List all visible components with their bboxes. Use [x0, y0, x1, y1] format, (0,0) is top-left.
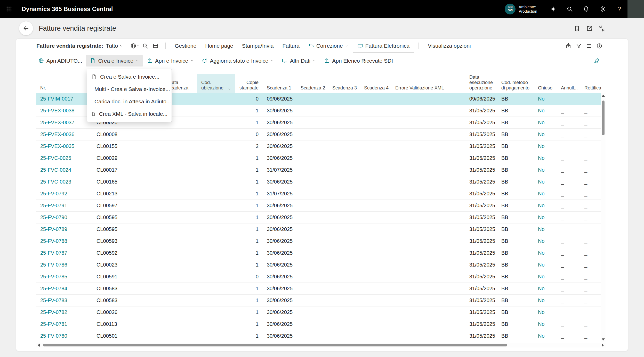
cell-copie-stampate[interactable]: 1	[235, 297, 263, 303]
invoice-number-link[interactable]: 25-FV-0790	[36, 214, 92, 220]
cell-rettifica[interactable]: _	[580, 238, 601, 244]
cell-annullata[interactable]: _	[557, 297, 580, 303]
action-apri-adiuto[interactable]: Apri ADIUTO...	[34, 55, 86, 67]
cell-copie-stampate[interactable]: 1	[235, 309, 263, 315]
table-row[interactable]: 25-FV-0783 CL00583 1 30/06/2025 31/05/20…	[36, 295, 601, 306]
cell-chiuso[interactable]: No	[534, 274, 557, 280]
cell-customer-code[interactable]: CL00155	[92, 143, 164, 149]
tenant-badge[interactable]: INN OVI	[505, 4, 516, 14]
cell-chiuso[interactable]: No	[534, 262, 557, 268]
table-row[interactable]: 25-FV-0789 CL00595 1 30/06/2025 31/05/20…	[36, 223, 601, 235]
cell-rettifica[interactable]: _	[580, 321, 601, 327]
cell-cod-metodo[interactable]: BB	[497, 203, 534, 209]
cell-data-esecuzione[interactable]: 31/05/2025	[465, 179, 497, 185]
cell-cod-metodo[interactable]: BB	[497, 96, 534, 102]
table-row[interactable]: 25-FV-0781 CL00113 1 30/06/2025 31/05/20…	[36, 318, 601, 330]
cell-customer-code[interactable]: CL00595	[92, 214, 164, 220]
cell-annullata[interactable]: _	[557, 274, 580, 280]
settings-button[interactable]	[594, 0, 611, 18]
cell-scadenza-1[interactable]: 30/06/2025	[263, 321, 296, 327]
cell-rettifica[interactable]: _	[580, 131, 601, 137]
cell-rettifica[interactable]: _	[580, 179, 601, 185]
cell-copie-stampate[interactable]: 1	[235, 250, 263, 256]
cell-customer-code[interactable]: CL00597	[92, 203, 164, 209]
cell-scadenza-1[interactable]: 30/06/2025	[263, 179, 296, 185]
table-row[interactable]: 25-FVC-0025 CL00029 1 30/06/2025 31/05/2…	[36, 152, 601, 164]
cell-annullata[interactable]: _	[557, 333, 580, 339]
cell-data-esecuzione[interactable]: 31/05/2025	[465, 321, 497, 327]
column-header-scadenza-2[interactable]: Scadenza 2	[296, 85, 328, 93]
cell-rettifica[interactable]: _	[580, 250, 601, 256]
cell-scadenza-1[interactable]: 30/06/2025	[263, 286, 296, 292]
cell-annullata[interactable]: _	[557, 226, 580, 232]
scroll-down-arrow[interactable]	[602, 338, 605, 341]
cell-cod-metodo[interactable]: BB	[497, 226, 534, 232]
cell-annullata[interactable]: _	[557, 286, 580, 292]
cell-customer-code[interactable]: CL00592	[92, 250, 164, 256]
cell-chiuso[interactable]: No	[534, 191, 557, 197]
cell-copie-stampate[interactable]: 1	[235, 120, 263, 126]
cell-scadenza-1[interactable]: 30/06/2025	[263, 297, 296, 303]
cell-scadenza-1[interactable]: 30/06/2025	[263, 143, 296, 149]
cell-annullata[interactable]: _	[557, 155, 580, 161]
cell-data-esecuzione[interactable]: 31/05/2025	[465, 238, 497, 244]
table-row[interactable]: 25-FV-0785 CL00591 0 30/06/2025 31/05/20…	[36, 271, 601, 283]
share-button[interactable]	[563, 41, 574, 51]
cell-scadenza-1[interactable]: 30/06/2025	[263, 120, 296, 126]
cell-copie-stampate[interactable]: 1	[235, 238, 263, 244]
data-source-button[interactable]	[130, 41, 140, 51]
scroll-up-arrow[interactable]	[602, 95, 605, 97]
table-row[interactable]: 25-FVC-0023 CL00165 1 30/06/2025 31/05/2…	[36, 176, 601, 188]
vertical-scrollbar[interactable]	[601, 93, 606, 342]
help-button[interactable]: ?	[611, 0, 627, 18]
cell-copie-stampate[interactable]: 1	[235, 321, 263, 327]
cell-annullata[interactable]: _	[557, 309, 580, 315]
cell-data-esecuzione[interactable]: 31/05/2025	[465, 167, 497, 173]
cell-annullata[interactable]: _	[557, 321, 580, 327]
column-header-chiuso[interactable]: Chiuso	[534, 85, 557, 93]
cell-scadenza-1[interactable]: 30/06/2025	[263, 309, 296, 315]
cell-scadenza-1[interactable]: 30/06/2025	[263, 155, 296, 161]
cell-scadenza-1[interactable]: 09/06/2025	[263, 96, 296, 102]
cell-cod-metodo[interactable]: BB	[497, 131, 534, 137]
cell-customer-code[interactable]: CL00023	[92, 262, 164, 268]
cell-chiuso[interactable]: No	[534, 167, 557, 173]
table-row[interactable]: 25-FV-0784 CL00583 1 30/06/2025 31/05/20…	[36, 283, 601, 295]
cell-data-esecuzione[interactable]: 09/06/2025	[465, 96, 497, 102]
horizontal-scrollbar-thumb[interactable]	[43, 344, 507, 346]
table-row[interactable]: 25-FVC-0024 CL00017 1 31/07/2025 31/05/2…	[36, 164, 601, 176]
table-row[interactable]: 25-FV-0792 CL00213 1 31/07/2025 31/05/20…	[36, 188, 601, 200]
column-header-cod-ubicazione[interactable]: Cod. ubicazione	[197, 74, 235, 93]
notifications-button[interactable]	[578, 0, 594, 18]
cell-copie-stampate[interactable]: 1	[235, 226, 263, 232]
cell-cod-metodo[interactable]: BB	[497, 238, 534, 244]
cell-annullata[interactable]: _	[557, 108, 580, 114]
cell-annullata[interactable]: _	[557, 191, 580, 197]
cell-annullata[interactable]: _	[557, 131, 580, 137]
table-row[interactable]: 25-FV-0780 CL00501 1 30/06/2025 31/05/20…	[36, 330, 601, 342]
cell-chiuso[interactable]: No	[534, 309, 557, 315]
cell-copie-stampate[interactable]: 0	[235, 131, 263, 137]
invoice-number-link[interactable]: 25-FV-0783	[36, 297, 92, 303]
cell-customer-code[interactable]: CL00583	[92, 297, 164, 303]
cell-cod-metodo[interactable]: BB	[497, 179, 534, 185]
column-header-annullata[interactable]: Annull...	[557, 85, 580, 93]
cell-rettifica[interactable]: _	[580, 120, 601, 126]
action-crea-einvoice[interactable]: Crea e-Invoice	[86, 55, 143, 67]
account-avatar[interactable]	[627, 0, 644, 18]
cell-chiuso[interactable]: No	[534, 333, 557, 339]
cell-chiuso[interactable]: No	[534, 120, 557, 126]
cell-annullata[interactable]: _	[557, 179, 580, 185]
column-header-scadenza-1[interactable]: Scadenza 1	[263, 85, 296, 93]
cell-cod-metodo[interactable]: BB	[497, 321, 534, 327]
invoice-number-link[interactable]: 25-FV-0791	[36, 203, 92, 209]
cell-cod-metodo[interactable]: BB	[497, 274, 534, 280]
cell-data-esecuzione[interactable]: 31/05/2025	[465, 191, 497, 197]
invoice-number-link[interactable]: 25-FV-0785	[36, 274, 92, 280]
cell-data-esecuzione[interactable]: 31/05/2025	[465, 262, 497, 268]
menu-item-visualizza-opzioni[interactable]: Visualizza opzioni	[423, 39, 475, 53]
collapse-button[interactable]	[595, 22, 608, 35]
filter-button[interactable]	[574, 41, 584, 51]
cell-cod-metodo[interactable]: BB	[497, 167, 534, 173]
cell-chiuso[interactable]: No	[534, 108, 557, 114]
